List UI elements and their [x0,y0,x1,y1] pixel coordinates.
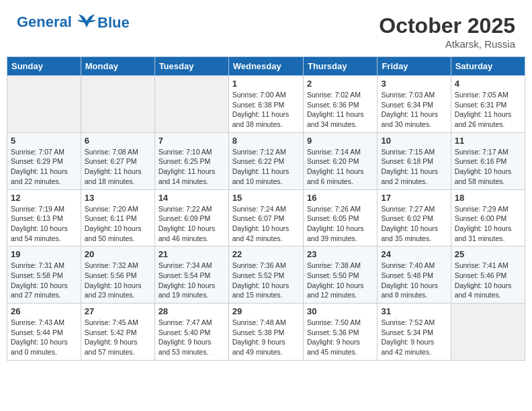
day-info: Sunrise: 7:14 AM Sunset: 6:20 PM Dayligh… [307,147,373,187]
calendar-cell: 25Sunrise: 7:41 AM Sunset: 5:46 PM Dayli… [451,246,525,304]
day-info: Sunrise: 7:40 AM Sunset: 5:48 PM Dayligh… [381,261,447,300]
logo-bird-icon [77,14,96,29]
day-number: 15 [232,193,300,203]
day-number: 6 [85,136,151,146]
calendar-cell: 10Sunrise: 7:15 AM Sunset: 6:18 PM Dayli… [378,132,451,189]
day-info: Sunrise: 7:05 AM Sunset: 6:31 PM Dayligh… [455,90,521,130]
calendar-cell: 7Sunrise: 7:10 AM Sunset: 6:25 PM Daylig… [154,132,228,189]
weekday-header-tuesday: Tuesday [154,57,228,76]
calendar-week-row: 19Sunrise: 7:31 AM Sunset: 5:58 PM Dayli… [7,246,525,304]
location-subtitle: Atkarsk, Russia [379,38,515,50]
calendar-cell [154,76,228,133]
calendar-cell: 8Sunrise: 7:12 AM Sunset: 6:22 PM Daylig… [228,132,303,189]
day-info: Sunrise: 7:27 AM Sunset: 6:02 PM Dayligh… [381,204,447,244]
day-number: 23 [307,249,373,259]
weekday-header-sunday: Sunday [7,57,81,76]
day-number: 8 [232,136,300,146]
day-number: 21 [159,249,225,259]
calendar-cell: 17Sunrise: 7:27 AM Sunset: 6:02 PM Dayli… [378,189,451,246]
logo-text-general: General [17,13,72,30]
day-info: Sunrise: 7:26 AM Sunset: 6:05 PM Dayligh… [307,204,373,244]
calendar-cell: 21Sunrise: 7:34 AM Sunset: 5:54 PM Dayli… [154,246,228,304]
calendar-cell: 24Sunrise: 7:40 AM Sunset: 5:48 PM Dayli… [378,246,451,304]
day-number: 30 [307,306,373,316]
calendar-cell: 11Sunrise: 7:17 AM Sunset: 6:16 PM Dayli… [451,132,525,189]
calendar-cell: 1Sunrise: 7:00 AM Sunset: 6:38 PM Daylig… [228,76,303,133]
calendar-table: SundayMondayTuesdayWednesdayThursdayFrid… [7,56,525,361]
day-number: 17 [381,193,447,203]
calendar-cell: 4Sunrise: 7:05 AM Sunset: 6:31 PM Daylig… [451,76,525,133]
day-number: 7 [159,136,225,146]
day-number: 31 [381,306,447,316]
day-number: 19 [11,249,77,259]
day-number: 20 [85,249,151,259]
day-number: 9 [307,136,373,146]
day-number: 11 [455,136,521,146]
calendar-week-row: 12Sunrise: 7:19 AM Sunset: 6:13 PM Dayli… [7,189,525,246]
calendar-week-row: 5Sunrise: 7:07 AM Sunset: 6:29 PM Daylig… [7,132,525,189]
calendar-cell: 31Sunrise: 7:52 AM Sunset: 5:34 PM Dayli… [378,304,451,361]
calendar-header-row: SundayMondayTuesdayWednesdayThursdayFrid… [7,57,525,76]
calendar-cell: 30Sunrise: 7:50 AM Sunset: 5:36 PM Dayli… [303,304,377,361]
weekday-header-monday: Monday [81,57,154,76]
calendar-cell: 16Sunrise: 7:26 AM Sunset: 6:05 PM Dayli… [303,189,377,246]
calendar-cell: 22Sunrise: 7:36 AM Sunset: 5:52 PM Dayli… [228,246,303,304]
weekday-header-friday: Friday [378,57,451,76]
calendar-cell: 12Sunrise: 7:19 AM Sunset: 6:13 PM Dayli… [7,189,81,246]
logo: General Blue [17,13,130,32]
calendar-week-row: 26Sunrise: 7:43 AM Sunset: 5:44 PM Dayli… [7,304,525,361]
day-number: 24 [381,249,447,259]
day-info: Sunrise: 7:32 AM Sunset: 5:56 PM Dayligh… [85,261,151,300]
day-number: 28 [159,306,225,316]
day-number: 5 [11,136,77,146]
calendar-cell: 15Sunrise: 7:24 AM Sunset: 6:07 PM Dayli… [228,189,303,246]
day-number: 29 [232,306,300,316]
calendar-cell: 27Sunrise: 7:45 AM Sunset: 5:42 PM Dayli… [81,304,154,361]
day-number: 22 [232,249,300,259]
calendar-cell: 6Sunrise: 7:08 AM Sunset: 6:27 PM Daylig… [81,132,154,189]
title-block: October 2025 Atkarsk, Russia [379,13,515,50]
day-number: 2 [307,79,373,89]
day-info: Sunrise: 7:29 AM Sunset: 6:00 PM Dayligh… [455,204,521,244]
day-info: Sunrise: 7:19 AM Sunset: 6:13 PM Dayligh… [11,204,77,244]
day-info: Sunrise: 7:08 AM Sunset: 6:27 PM Dayligh… [85,147,151,187]
weekday-header-wednesday: Wednesday [228,57,303,76]
calendar-cell: 9Sunrise: 7:14 AM Sunset: 6:20 PM Daylig… [303,132,377,189]
calendar-cell: 26Sunrise: 7:43 AM Sunset: 5:44 PM Dayli… [7,304,81,361]
calendar-cell: 18Sunrise: 7:29 AM Sunset: 6:00 PM Dayli… [451,189,525,246]
month-year-title: October 2025 [379,13,515,38]
calendar-cell: 3Sunrise: 7:03 AM Sunset: 6:34 PM Daylig… [378,76,451,133]
day-number: 12 [11,193,77,203]
day-info: Sunrise: 7:36 AM Sunset: 5:52 PM Dayligh… [232,261,300,300]
day-number: 27 [85,306,151,316]
day-info: Sunrise: 7:03 AM Sunset: 6:34 PM Dayligh… [381,90,447,130]
logo-text-blue: Blue [97,14,130,32]
calendar-cell [81,76,154,133]
calendar-cell: 5Sunrise: 7:07 AM Sunset: 6:29 PM Daylig… [7,132,81,189]
calendar-cell: 23Sunrise: 7:38 AM Sunset: 5:50 PM Dayli… [303,246,377,304]
day-number: 1 [232,79,300,89]
day-info: Sunrise: 7:02 AM Sunset: 6:36 PM Dayligh… [307,90,373,130]
day-info: Sunrise: 7:52 AM Sunset: 5:34 PM Dayligh… [381,318,447,357]
day-number: 18 [455,193,521,203]
day-number: 16 [307,193,373,203]
calendar-cell: 20Sunrise: 7:32 AM Sunset: 5:56 PM Dayli… [81,246,154,304]
calendar-cell [7,76,81,133]
calendar-cell: 29Sunrise: 7:48 AM Sunset: 5:38 PM Dayli… [228,304,303,361]
day-info: Sunrise: 7:48 AM Sunset: 5:38 PM Dayligh… [232,318,300,357]
day-info: Sunrise: 7:22 AM Sunset: 6:09 PM Dayligh… [159,204,225,244]
page-header: General Blue October 2025 Atkarsk, Russi… [7,7,525,53]
day-number: 4 [455,79,521,89]
day-info: Sunrise: 7:31 AM Sunset: 5:58 PM Dayligh… [11,261,77,300]
day-info: Sunrise: 7:45 AM Sunset: 5:42 PM Dayligh… [85,318,151,357]
calendar-cell: 14Sunrise: 7:22 AM Sunset: 6:09 PM Dayli… [154,189,228,246]
day-info: Sunrise: 7:00 AM Sunset: 6:38 PM Dayligh… [232,90,300,130]
day-info: Sunrise: 7:17 AM Sunset: 6:16 PM Dayligh… [455,147,521,187]
day-info: Sunrise: 7:20 AM Sunset: 6:11 PM Dayligh… [85,204,151,244]
calendar-cell: 13Sunrise: 7:20 AM Sunset: 6:11 PM Dayli… [81,189,154,246]
day-info: Sunrise: 7:50 AM Sunset: 5:36 PM Dayligh… [307,318,373,357]
weekday-header-thursday: Thursday [303,57,377,76]
day-number: 10 [381,136,447,146]
day-info: Sunrise: 7:47 AM Sunset: 5:40 PM Dayligh… [159,318,225,357]
day-number: 14 [159,193,225,203]
